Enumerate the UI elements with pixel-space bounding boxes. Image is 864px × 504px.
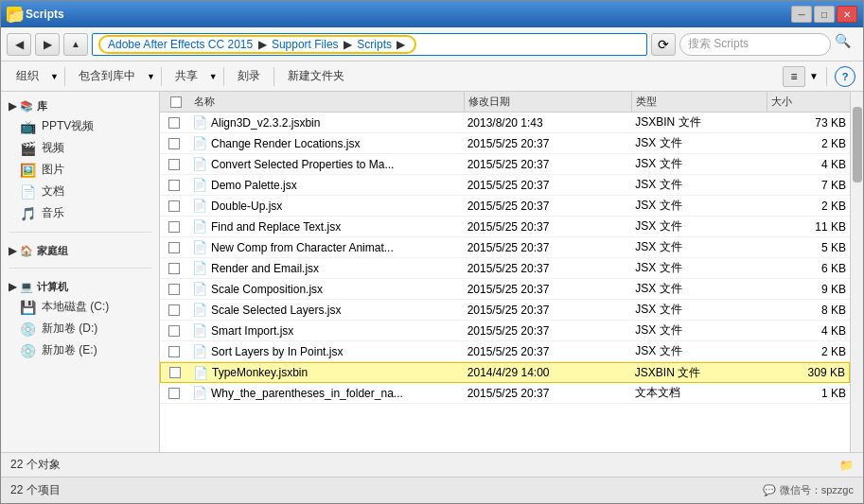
file-area: 名称 修改日期 类型 大小 📄 Align3D_v2.3.2.jsxbin (160, 92, 850, 452)
sidebar-group-libraries[interactable]: ▶ 📚 库 (1, 96, 159, 115)
file-type-cell: JSXBIN 文件 (631, 114, 767, 130)
column-size-header[interactable]: 大小 (767, 92, 850, 113)
e-drive-icon: 💿 (20, 343, 36, 358)
file-name-cell: 📄 Sort Layers by In Point.jsx (188, 344, 464, 358)
forward-button[interactable]: ▶ (35, 33, 60, 56)
column-name-header[interactable]: 名称 (190, 92, 465, 113)
new-folder-button[interactable]: 新建文件夹 (280, 65, 352, 88)
row-checkbox-6[interactable] (160, 242, 188, 253)
row-checkbox-8[interactable] (160, 284, 188, 295)
file-size-cell: 2 KB (767, 200, 850, 213)
sidebar-item-e-drive[interactable]: 💿 新加卷 (E:) (1, 339, 159, 361)
sidebar-item-c-drive[interactable]: 💾 本地磁盘 (C:) (1, 296, 159, 318)
burn-button[interactable]: 刻录 (230, 65, 268, 88)
column-date-header[interactable]: 修改日期 (465, 92, 632, 113)
table-row[interactable]: 📄 Why_the_parentheses_in_folder_na... 20… (160, 383, 850, 404)
file-name-cell: 📄 Demo Palette.jsx (188, 178, 464, 192)
homegroup-icon: 🏠 (20, 245, 33, 257)
address-path[interactable]: Adobe After Effects CC 2015 ▶ Support Fi… (92, 33, 647, 56)
row-checkbox-10[interactable] (160, 325, 188, 337)
share-button[interactable]: 共享 (168, 65, 205, 88)
table-row[interactable]: 📄 Sort Layers by In Point.jsx 2015/5/25 … (160, 341, 850, 362)
table-row[interactable]: 📄 Find and Replace Text.jsx 2015/5/25 20… (160, 217, 850, 237)
table-row[interactable]: 📄 TypeMonkey.jsxbin 2014/4/29 14:00 JSXB… (160, 362, 850, 383)
row-checkbox-7[interactable] (160, 263, 188, 274)
right-scrollbar[interactable] (850, 92, 863, 452)
file-size-cell: 5 KB (767, 241, 850, 254)
row-checkbox-2[interactable] (160, 159, 188, 170)
file-name: TypeMonkey.jsxbin (212, 366, 308, 379)
wechat-badge: 💬 微信号：spzzgc (763, 483, 854, 497)
file-type-cell: JSX 文件 (631, 198, 767, 214)
file-date-cell: 2015/5/25 20:37 (464, 387, 632, 400)
sidebar-item-documents[interactable]: 📄 文档 (1, 181, 159, 202)
file-date-cell: 2015/5/25 20:37 (464, 345, 632, 358)
sidebar-item-d-drive[interactable]: 💿 新加卷 (D:) (1, 318, 159, 339)
close-button[interactable]: ✕ (837, 6, 857, 23)
wechat-icon: 💬 (763, 484, 776, 496)
file-name: Render and Email.jsx (211, 262, 319, 275)
path-ae[interactable]: Adobe After Effects CC 2015 (108, 38, 253, 51)
file-name: Align3D_v2.3.2.jsxbin (211, 116, 320, 130)
up-button[interactable]: ▲ (63, 33, 88, 56)
select-all-checkbox[interactable] (170, 96, 182, 108)
back-button[interactable]: ◀ (7, 33, 31, 56)
toolbar-separator-5 (826, 67, 827, 86)
refresh-button[interactable]: ⟳ (651, 33, 676, 56)
table-row[interactable]: 📄 Scale Composition.jsx 2015/5/25 20:37 … (160, 279, 850, 300)
search-button[interactable]: 🔍 (835, 33, 857, 56)
file-size-cell: 73 KB (767, 116, 850, 130)
row-checkbox-4[interactable] (160, 200, 188, 212)
search-placeholder: 搜索 Scripts (688, 36, 749, 52)
path-scripts[interactable]: Scripts (357, 38, 392, 51)
sidebar-group-homegroup[interactable]: ▶ 🏠 家庭组 (1, 240, 159, 260)
music-icon: 🎵 (20, 206, 36, 221)
row-checkbox-1[interactable] (160, 138, 188, 149)
file-date-cell: 2014/4/29 14:00 (464, 366, 631, 379)
minimize-button[interactable]: ─ (791, 6, 812, 23)
table-row[interactable]: 📄 Align3D_v2.3.2.jsxbin 2013/8/20 1:43 J… (160, 113, 850, 133)
file-size-cell: 1 KB (767, 387, 850, 400)
sidebar-item-video[interactable]: 🎬 视频 (1, 137, 159, 159)
table-row[interactable]: 📄 Smart Import.jsx 2015/5/25 20:37 JSX 文… (160, 321, 850, 341)
file-name-cell: 📄 Why_the_parentheses_in_folder_na... (188, 386, 464, 400)
help-button[interactable]: ? (835, 66, 855, 87)
row-checkbox-0[interactable] (160, 117, 188, 129)
file-size-cell: 4 KB (767, 324, 850, 338)
sidebar-item-pictures[interactable]: 🖼️ 图片 (1, 159, 159, 181)
sidebar-group-computer[interactable]: ▶ 💻 计算机 (1, 276, 159, 296)
file-size-cell: 2 KB (767, 345, 850, 358)
file-name-cell: 📄 Align3D_v2.3.2.jsxbin (188, 115, 464, 130)
table-row[interactable]: 📄 Scale Selected Layers.jsx 2015/5/25 20… (160, 300, 850, 321)
table-row[interactable]: 📄 Render and Email.jsx 2015/5/25 20:37 J… (160, 258, 850, 279)
file-date-cell: 2015/5/25 20:37 (464, 241, 632, 254)
maximize-button[interactable]: □ (814, 6, 835, 23)
row-checkbox-12[interactable] (161, 367, 189, 378)
file-icon: 📄 (192, 178, 207, 192)
sidebar-item-pptv[interactable]: 📺 PPTV视频 (1, 115, 159, 137)
view-button[interactable]: ≡ (783, 66, 805, 87)
file-icon: 📄 (192, 386, 207, 400)
table-row[interactable]: 📄 Change Render Locations.jsx 2015/5/25 … (160, 133, 850, 154)
path-support[interactable]: Support Files (272, 38, 339, 51)
file-icon: 📄 (192, 240, 207, 254)
status-bar: 22 个对象 📁 (1, 452, 863, 477)
table-row[interactable]: 📄 Double-Up.jsx 2015/5/25 20:37 JSX 文件 2… (160, 196, 850, 217)
organize-button[interactable]: 组织 (9, 65, 46, 88)
include-button[interactable]: 包含到库中 (71, 65, 143, 88)
row-checkbox-9[interactable] (160, 304, 188, 316)
row-checkbox-5[interactable] (160, 221, 188, 233)
column-type-header[interactable]: 类型 (632, 92, 768, 113)
sidebar-section-computer: ▶ 💻 计算机 💾 本地磁盘 (C:) 💿 新加卷 (D:) 💿 新加卷 (E:… (1, 272, 159, 365)
video-icon: 🎬 (20, 141, 36, 156)
table-row[interactable]: 📄 New Comp from Character Animat... 2015… (160, 237, 850, 258)
table-row[interactable]: 📄 Demo Palette.jsx 2015/5/25 20:37 JSX 文… (160, 175, 850, 196)
scrollbar-thumb[interactable] (853, 107, 862, 182)
sidebar-item-music[interactable]: 🎵 音乐 (1, 202, 159, 224)
row-checkbox-13[interactable] (160, 388, 188, 399)
table-row[interactable]: 📄 Convert Selected Properties to Ma... 2… (160, 154, 850, 175)
row-checkbox-11[interactable] (160, 346, 188, 357)
expand-icon-hg: ▶ (9, 245, 16, 257)
row-checkbox-3[interactable] (160, 180, 188, 191)
file-icon: 📄 (192, 323, 207, 338)
